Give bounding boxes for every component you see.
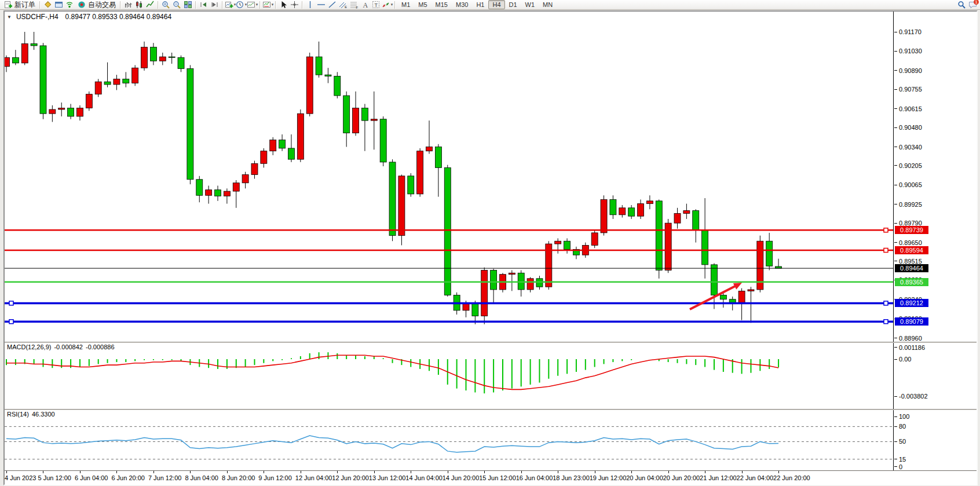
toolbar-separator <box>275 1 276 9</box>
macd-pane[interactable]: MACD(12,26,9) -0.000842 -0.000886 0.0011… <box>5 343 977 409</box>
templates-icon[interactable]: ▾ <box>247 1 258 9</box>
trendline-icon[interactable] <box>327 1 338 9</box>
macd-value: -0.000842 <box>54 344 83 350</box>
dropdown-caret-icon[interactable]: ▾ <box>391 2 393 7</box>
arrows-icon-glyph <box>382 1 390 9</box>
dropdown-caret-icon[interactable]: ▾ <box>256 2 258 7</box>
periods-clock-icon[interactable]: ▾ <box>236 1 247 9</box>
price-tag-0.89739: 0.89739 <box>895 226 928 234</box>
horizontal-line-icon[interactable] <box>316 1 327 9</box>
axis-tick <box>894 70 897 71</box>
timeframe-m30[interactable]: M30 <box>452 0 472 9</box>
time-tick <box>778 471 779 473</box>
axis-tick <box>894 127 897 128</box>
fibonacci-icon[interactable]: F <box>349 1 360 9</box>
axis-tick-label: 0.90065 <box>899 181 922 188</box>
axis-tick-label: 0.91030 <box>899 47 922 54</box>
toolbar-separator <box>222 1 223 9</box>
equidistant-channel-icon-glyph: E <box>339 1 348 9</box>
time-label: 8 Jun 20:00 <box>222 474 255 481</box>
time-label: 12 Jun 20:00 <box>332 474 369 481</box>
timeframe-mn[interactable]: MN <box>539 0 557 9</box>
axis-tick <box>894 466 897 467</box>
collapse-chart-icon[interactable]: ▼ <box>7 14 12 20</box>
time-tick <box>264 471 264 473</box>
time-label: 6 Jun 04:00 <box>75 474 108 481</box>
candlestick-plot[interactable] <box>5 12 894 342</box>
zoom-in-icon[interactable] <box>160 1 171 9</box>
axis-tick <box>894 347 897 348</box>
axis-tick-label: 0.90755 <box>899 86 922 93</box>
symbol-period-label: USDCHF-,H4 <box>16 13 58 21</box>
zoom-out-icon[interactable] <box>171 1 182 9</box>
timeframe-h1[interactable]: H1 <box>472 0 488 9</box>
crosshair-icon[interactable] <box>289 1 300 9</box>
axis-tick <box>894 147 897 147</box>
new-order-button[interactable]: 新订单 <box>2 1 38 9</box>
price-tag-0.89464: 0.89464 <box>895 264 928 272</box>
time-tick <box>521 471 522 473</box>
chart-shift-icon[interactable] <box>209 1 220 9</box>
dropdown-caret-icon[interactable]: ▾ <box>272 2 274 7</box>
search-icon[interactable] <box>956 1 967 9</box>
axis-tick <box>894 396 897 397</box>
axis-tick <box>894 32 897 32</box>
signal-icon[interactable] <box>64 1 75 9</box>
text-label-icon[interactable]: T <box>371 1 382 9</box>
macd-plot[interactable] <box>5 343 894 409</box>
time-label: 21 Jun 12:00 <box>700 474 737 481</box>
time-tick <box>116 471 117 473</box>
price-axis: 0.911700.910300.908900.907550.906150.904… <box>894 12 977 342</box>
new-window-icon[interactable] <box>53 1 64 9</box>
line-chart-icon[interactable] <box>145 1 156 9</box>
time-label: 4 Jun 2023 <box>5 474 36 481</box>
time-label: 16 Jun 04:00 <box>516 474 553 481</box>
rsi-plot[interactable] <box>5 410 894 470</box>
time-label: 9 Jun 12:00 <box>258 474 292 481</box>
price-chart-pane[interactable]: ▼ USDCHF-,H4 0.89477 0.89533 0.89464 0.8… <box>5 12 977 342</box>
horizontal-line-icon-glyph <box>317 1 326 9</box>
axis-tick-label: 0.89790 <box>899 220 922 226</box>
toolbar-separator <box>39 1 41 9</box>
trendline-icon-glyph <box>328 1 337 9</box>
styler-icon[interactable] <box>42 1 53 9</box>
search-icon-glyph <box>957 1 966 9</box>
time-tick <box>337 471 338 473</box>
axis-tick-label: 0.90205 <box>899 162 922 169</box>
main-toolbar: 新订单自动交易▾▾▾▾EFAT▾M1M5M15M30H1H4D1W1MN1 <box>0 0 980 10</box>
autotrade-button[interactable]: 自动交易 <box>75 1 118 9</box>
arrows-icon[interactable]: ▾ <box>382 1 393 9</box>
svg-text:T: T <box>375 2 378 8</box>
candlestick-chart-icon[interactable] <box>134 1 145 9</box>
cursor-icon[interactable] <box>278 1 289 9</box>
new-chart-icon[interactable]: ▾ <box>225 1 236 9</box>
axis-tick <box>894 223 897 224</box>
vertical-line-icon[interactable] <box>305 1 316 9</box>
new-chart-icon-glyph <box>225 1 233 9</box>
timeframe-m15[interactable]: M15 <box>432 0 452 9</box>
time-axis: 4 Jun 20235 Jun 12:006 Jun 04:006 Jun 20… <box>5 470 977 485</box>
rsi-pane[interactable]: RSI(14) 46.3300 1008050150 <box>5 410 977 470</box>
tile-windows-icon[interactable] <box>182 1 193 9</box>
toolbar-separator <box>120 1 121 9</box>
chat-icon[interactable]: 1 <box>967 1 978 9</box>
timeframe-w1[interactable]: W1 <box>521 0 539 9</box>
axis-tick <box>894 426 897 427</box>
timeframe-h4[interactable]: H4 <box>488 0 504 9</box>
timeframe-d1[interactable]: D1 <box>505 0 521 9</box>
time-label: 15 Jun 12:00 <box>479 474 516 481</box>
axis-tick-label: 0.91170 <box>899 28 922 35</box>
rsi-axis: 1008050150 <box>894 410 977 470</box>
indicators-icon[interactable]: ▾ <box>262 1 273 9</box>
bar-chart-icon[interactable] <box>123 1 134 9</box>
text-icon[interactable]: A <box>360 1 371 9</box>
timeframe-m1[interactable]: M1 <box>397 0 414 9</box>
time-tick <box>6 471 7 473</box>
auto-scroll-icon[interactable] <box>198 1 209 9</box>
time-tick <box>631 471 632 473</box>
equidistant-channel-icon[interactable]: E <box>338 1 349 9</box>
timeframe-m5[interactable]: M5 <box>414 0 431 9</box>
time-label: 22 Jun 20:00 <box>773 474 810 481</box>
time-tick <box>742 471 743 473</box>
zoom-out-icon-glyph <box>173 1 181 9</box>
